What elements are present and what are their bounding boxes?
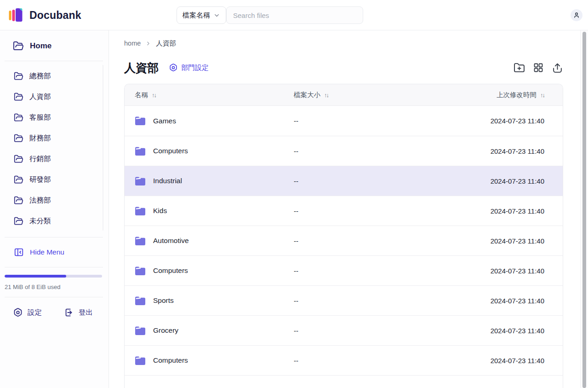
row-name: Games [153,117,176,125]
table-row[interactable]: Kids -- 2024-07-23 11:40 [125,196,563,226]
row-modified: 2024-07-23 11:40 [443,357,563,365]
folder-icon [135,326,146,336]
hide-menu-label: Hide Menu [30,248,64,256]
app-logo[interactable]: Docubank [8,7,81,23]
folder-open-icon [14,92,23,102]
panel-collapse-icon [14,247,24,257]
gear-icon [169,63,178,72]
sort-icon[interactable]: ↑↓ [152,92,156,98]
row-name: Computers [153,147,188,155]
sidebar-item-folder[interactable]: 總務部 [0,66,108,87]
folder-open-icon [14,133,23,143]
user-avatar[interactable] [571,9,582,21]
sidebar-item-folder[interactable]: 人資部 [0,87,108,107]
folder-open-icon [14,175,23,185]
hide-menu-button[interactable]: Hide Menu [0,237,108,267]
row-size: -- [294,117,443,125]
folder-icon [135,146,146,156]
breadcrumb-home[interactable]: home [124,40,141,47]
sidebar-folder-label: 客服部 [29,113,51,122]
upload-button[interactable] [552,62,563,74]
table-row[interactable]: Games -- 2024-07-23 11:40 [125,106,563,136]
sidebar-folder-label: 研發部 [29,175,51,185]
table-row[interactable]: Industrial -- 2024-07-23 11:40 [125,166,563,196]
grid-view-button[interactable] [533,62,544,73]
search-input[interactable] [233,12,356,19]
row-modified: 2024-07-23 11:40 [443,147,563,155]
sidebar-folder-label: 財務部 [29,133,51,143]
chevron-down-icon [213,12,220,19]
sidebar-folder-label: 法務部 [29,196,51,205]
sidebar-item-folder[interactable]: 法務部 [0,190,108,211]
folder-icon [135,356,146,365]
row-size: -- [294,147,443,155]
person-icon [573,12,580,19]
row-name: Industrial [153,177,182,185]
sidebar-item-folder[interactable]: 行銷部 [0,149,108,169]
column-label: 上次修改時間 [497,91,537,99]
column-label: 名稱 [135,91,148,99]
logout-icon [64,307,74,318]
row-size: -- [294,237,443,245]
row-size: -- [294,297,443,305]
scrollbar-thumb[interactable] [582,32,586,388]
logo-icon [8,7,25,23]
sidebar-folder-list: 總務部 人資部 客服部 財務部 行銷部 研發部 法務部 未分類 [0,61,108,237]
folder-icon [135,176,146,186]
sort-icon[interactable]: ↑↓ [540,92,544,98]
row-name: Automotive [153,237,189,245]
row-modified: 2024-07-23 11:40 [443,297,563,305]
folder-icon [135,116,146,126]
department-settings-button[interactable]: 部門設定 [169,63,209,72]
table-row[interactable]: Computers -- 2024-07-23 11:40 [125,136,563,166]
sidebar-item-folder[interactable]: 客服部 [0,107,108,128]
row-size: -- [294,357,443,365]
folder-icon [135,266,146,276]
logout-label: 登出 [79,308,93,318]
sidebar: Home 總務部 人資部 客服部 財務部 行銷部 研發部 [0,30,109,388]
table-row[interactable]: Automotive -- 2024-07-23 11:40 [125,226,563,255]
sidebar-scroll-track[interactable] [103,65,103,231]
sidebar-home-label: Home [30,41,51,51]
folder-icon [135,296,146,306]
sidebar-item-folder[interactable]: 研發部 [0,169,108,190]
department-settings-label: 部門設定 [181,64,209,72]
row-name: Kids [153,207,167,215]
file-filter-dropdown[interactable]: 檔案名稱 [177,6,226,24]
folder-icon [135,380,146,388]
column-header-name: 名稱 ↑↓ [125,91,294,99]
table-row[interactable]: Grocery -- 2024-07-23 11:40 [125,315,563,345]
table-row[interactable]: Sports -- 2024-07-23 11:40 [125,285,563,315]
sidebar-item-folder[interactable]: 財務部 [0,128,108,149]
sidebar-folder-label: 總務部 [29,71,51,81]
folder-icon [135,206,146,216]
row-modified: 2024-07-23 11:40 [443,267,563,275]
settings-label: 設定 [28,308,42,318]
sidebar-item-home[interactable]: Home [0,30,108,61]
folder-open-icon [14,71,23,81]
storage-progress-fill [5,275,66,278]
sidebar-folder-label: 行銷部 [29,154,51,164]
logout-button[interactable]: 登出 [64,307,93,318]
sidebar-item-folder[interactable]: 未分類 [0,211,108,232]
table-row[interactable]: Computers -- 2024-07-23 11:40 [125,345,563,375]
column-header-size: 檔案大小 ↑↓ [294,91,443,99]
column-header-modified: 上次修改時間 ↑↓ [443,91,563,99]
top-bar: Docubank 檔案名稱 [0,0,588,30]
row-name: Computers [153,266,188,275]
table-row-partial[interactable] [125,375,563,388]
folder-open-icon [13,41,24,52]
new-folder-button[interactable] [514,62,525,74]
folder-icon [135,236,146,246]
search-box [226,6,363,24]
row-modified: 2024-07-23 11:40 [443,117,563,125]
scrollbar-track[interactable] [580,30,588,388]
sidebar-folder-label: 人資部 [29,92,51,102]
column-label: 檔案大小 [294,91,320,99]
storage-progress-track [5,275,102,278]
row-name: Computers [153,356,188,365]
logo-text: Docubank [29,9,81,22]
table-row[interactable]: Computers -- 2024-07-23 11:40 [125,255,563,285]
settings-button[interactable]: 設定 [13,307,42,318]
sort-icon[interactable]: ↑↓ [324,92,328,98]
